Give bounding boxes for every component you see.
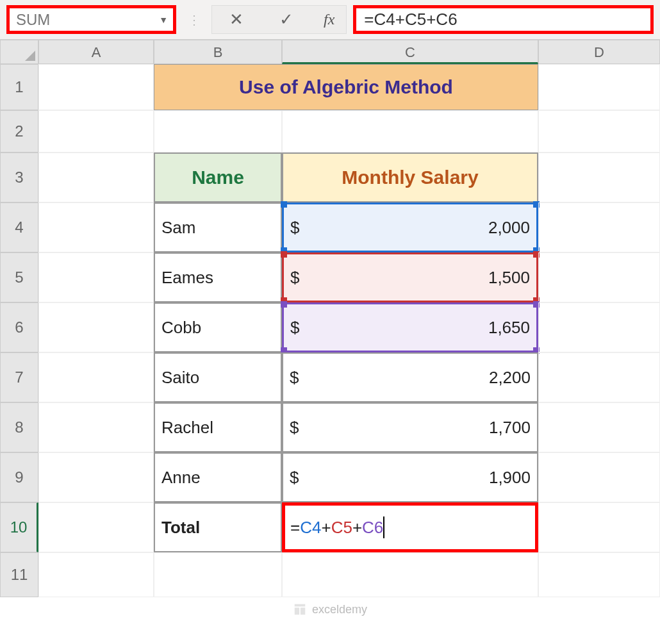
cell[interactable] xyxy=(38,64,154,110)
table-cell-name[interactable]: Sam xyxy=(154,202,282,252)
currency: $ xyxy=(290,418,299,438)
table-cell-salary[interactable]: $ 2,000 xyxy=(282,202,538,252)
row-header[interactable]: 3 xyxy=(0,153,38,202)
cell[interactable] xyxy=(538,202,660,252)
cell[interactable] xyxy=(38,352,154,402)
ref-c5: C5 xyxy=(331,518,352,538)
cell[interactable] xyxy=(38,252,154,302)
cell[interactable] xyxy=(538,252,660,302)
watermark: exceldemy xyxy=(0,597,660,629)
cell[interactable] xyxy=(538,153,660,202)
cell[interactable] xyxy=(38,110,154,153)
cell[interactable] xyxy=(538,302,660,352)
formula-bar: ▼ ⋮ ✕ ✓ fx =C4+C5+C6 xyxy=(0,0,660,40)
row-header[interactable]: 8 xyxy=(0,402,38,452)
salary-value: 1,900 xyxy=(489,468,531,488)
enter-icon[interactable]: ✓ xyxy=(274,10,299,29)
spreadsheet-grid[interactable]: A B C D 1 Use of Algebric Method 2 3 Nam… xyxy=(0,40,660,597)
salary-value: 1,650 xyxy=(488,318,530,338)
cell[interactable] xyxy=(38,502,154,552)
row-header[interactable]: 1 xyxy=(0,64,38,110)
cell[interactable] xyxy=(538,64,660,110)
table-cell-name[interactable]: Eames xyxy=(154,252,282,302)
chevron-down-icon[interactable]: ▼ xyxy=(159,15,168,25)
row-header[interactable]: 11 xyxy=(0,552,38,597)
currency: $ xyxy=(290,268,299,288)
cell[interactable] xyxy=(154,552,282,597)
cell[interactable] xyxy=(38,302,154,352)
col-header-c[interactable]: C xyxy=(282,40,538,64)
col-header-a[interactable]: A xyxy=(38,40,154,64)
table-cell-salary[interactable]: $ 1,900 xyxy=(282,452,538,502)
row-header[interactable]: 4 xyxy=(0,202,38,252)
cell[interactable] xyxy=(38,452,154,502)
cell[interactable] xyxy=(38,552,154,597)
cell[interactable] xyxy=(38,202,154,252)
table-header-salary[interactable]: Monthly Salary xyxy=(282,153,538,202)
currency: $ xyxy=(290,218,299,238)
fx-icon[interactable]: fx xyxy=(324,11,334,28)
cell[interactable] xyxy=(38,153,154,202)
ref-c4: C4 xyxy=(300,518,321,538)
formula-controls: ✕ ✓ fx xyxy=(211,5,347,34)
cell[interactable] xyxy=(282,110,538,153)
currency: $ xyxy=(290,368,299,388)
cell[interactable] xyxy=(538,452,660,502)
cell[interactable] xyxy=(538,402,660,452)
text-cursor xyxy=(383,516,384,538)
select-all-corner[interactable] xyxy=(0,40,38,64)
cell[interactable] xyxy=(38,402,154,452)
row-header[interactable]: 2 xyxy=(0,110,38,153)
table-cell-salary[interactable]: $ 1,700 xyxy=(282,402,538,452)
logo-icon xyxy=(293,602,307,616)
table-cell-salary[interactable]: $ 1,500 xyxy=(282,252,538,302)
currency: $ xyxy=(290,468,299,488)
cell[interactable] xyxy=(538,110,660,153)
active-cell-formula[interactable]: =C4+C5+C6 xyxy=(282,502,538,552)
row-header[interactable]: 9 xyxy=(0,452,38,502)
formula-eq: = xyxy=(290,518,300,538)
row-header[interactable]: 10 xyxy=(0,502,38,552)
formula-input[interactable]: =C4+C5+C6 xyxy=(353,5,654,34)
row-header[interactable]: 5 xyxy=(0,252,38,302)
salary-value: 1,700 xyxy=(489,418,531,438)
salary-value: 2,000 xyxy=(488,218,530,238)
formula-text: =C4+C5+C6 xyxy=(364,10,457,29)
row-header[interactable]: 7 xyxy=(0,352,38,402)
name-box[interactable]: ▼ xyxy=(6,5,176,34)
title-cell[interactable]: Use of Algebric Method xyxy=(154,64,538,110)
watermark-text: exceldemy xyxy=(312,603,367,616)
cell[interactable] xyxy=(538,552,660,597)
total-label-cell[interactable]: Total xyxy=(154,502,282,552)
table-cell-name[interactable]: Saito xyxy=(154,352,282,402)
cell[interactable] xyxy=(538,352,660,402)
col-header-d[interactable]: D xyxy=(538,40,660,64)
salary-value: 2,200 xyxy=(489,368,531,388)
cell[interactable] xyxy=(282,552,538,597)
cell[interactable] xyxy=(538,502,660,552)
table-cell-salary[interactable]: $ 2,200 xyxy=(282,352,538,402)
table-header-name[interactable]: Name xyxy=(154,153,282,202)
table-cell-name[interactable]: Anne xyxy=(154,452,282,502)
cancel-icon[interactable]: ✕ xyxy=(224,10,249,29)
row-header[interactable]: 6 xyxy=(0,302,38,352)
cell[interactable] xyxy=(154,110,282,153)
col-header-b[interactable]: B xyxy=(154,40,282,64)
salary-value: 1,500 xyxy=(488,268,530,288)
table-cell-name[interactable]: Rachel xyxy=(154,402,282,452)
ref-c6: C6 xyxy=(362,518,383,538)
divider: ⋮ xyxy=(176,5,211,34)
table-cell-name[interactable]: Cobb xyxy=(154,302,282,352)
currency: $ xyxy=(290,318,299,338)
name-box-input[interactable] xyxy=(16,11,144,29)
table-cell-salary[interactable]: $ 1,650 xyxy=(282,302,538,352)
